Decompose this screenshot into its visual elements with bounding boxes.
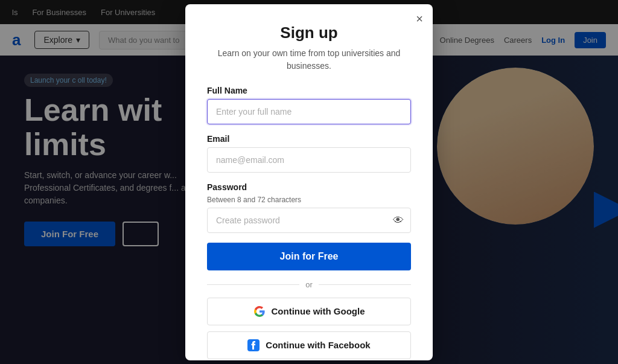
- divider-line-left: [207, 284, 299, 285]
- password-wrapper: 👁: [207, 208, 411, 233]
- email-label: Email: [207, 134, 411, 144]
- or-divider: or: [207, 280, 411, 289]
- password-group: Password Between 8 and 72 characters 👁: [207, 182, 411, 233]
- full-name-input[interactable]: [207, 99, 411, 124]
- password-hint: Between 8 and 72 characters: [207, 196, 411, 204]
- signup-modal: × Sign up Learn on your own time from to…: [185, 4, 433, 360]
- google-icon: [253, 305, 266, 318]
- show-password-icon[interactable]: 👁: [393, 214, 404, 226]
- divider-line-right: [319, 284, 411, 285]
- password-label: Password: [207, 182, 411, 192]
- email-group: Email: [207, 134, 411, 173]
- google-signin-button[interactable]: Continue with Google: [207, 298, 411, 325]
- full-name-label: Full Name: [207, 86, 411, 95]
- or-text: or: [305, 280, 313, 289]
- facebook-icon: [247, 339, 260, 351]
- email-input[interactable]: [207, 147, 411, 173]
- close-button[interactable]: ×: [416, 13, 423, 25]
- password-input[interactable]: [207, 208, 411, 233]
- google-btn-label: Continue with Google: [272, 306, 365, 316]
- facebook-btn-label: Continue with Facebook: [266, 340, 370, 350]
- modal-subtitle: Learn on your own time from top universi…: [207, 47, 411, 72]
- modal-title: Sign up: [207, 24, 411, 42]
- facebook-signin-button[interactable]: Continue with Facebook: [207, 331, 411, 359]
- join-free-button[interactable]: Join for Free: [207, 243, 411, 270]
- modal-overlay: × Sign up Learn on your own time from to…: [0, 0, 618, 364]
- full-name-group: Full Name: [207, 86, 411, 124]
